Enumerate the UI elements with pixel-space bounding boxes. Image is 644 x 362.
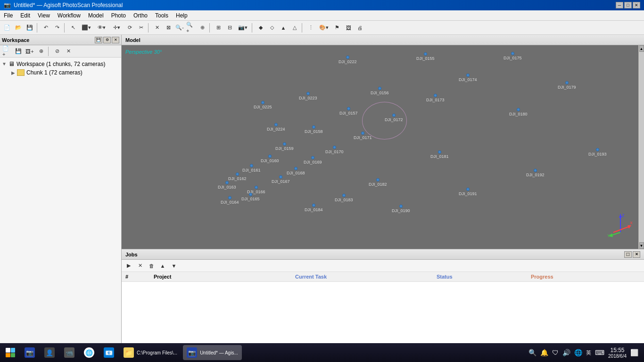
notification-icon[interactable]: 🔔 [540,349,548,356]
print-button[interactable]: 🖨 [355,23,365,33]
camera-point[interactable]: DJI_0180 [509,108,528,116]
rotate-button[interactable]: ⟳ [124,23,135,33]
camera-point[interactable]: DJI_0192 [526,169,545,177]
camera-point[interactable]: DJI_0184 [305,204,323,212]
camera-point[interactable]: DJI_0158 [305,125,323,134]
camera-point[interactable]: DJI_0224 [267,123,285,132]
camera-point[interactable]: DJI_0160 [261,155,279,163]
crop-button[interactable]: ⊠ [163,23,173,33]
camera-point[interactable]: DJI_0172 [385,114,403,122]
workspace-save-btn[interactable]: 💾 [95,37,102,43]
camera-point[interactable]: DJI_0182 [369,178,387,187]
taskbar-user-icon[interactable]: 👤 [41,345,58,360]
camera-point[interactable]: DJI_0222 [339,56,357,64]
camera-point[interactable]: DJI_0165 [241,193,260,201]
scroll-up-btn[interactable]: ▲ [639,45,644,52]
jobs-clear-btn[interactable]: 🗑 [146,261,157,271]
mesh-smooth-button[interactable]: △ [289,23,300,33]
chunk-item[interactable]: ▶ Chunk 1 (72 cameras) [2,68,119,77]
jobs-close-btn[interactable]: ✕ [633,251,640,258]
camera-point[interactable]: DJI_0181 [430,150,449,159]
camera-point[interactable]: DJI_0179 [558,81,576,90]
camera-display-button[interactable]: 📷▾ [236,23,250,33]
menu-help[interactable]: Help [172,10,191,20]
menu-ortho[interactable]: Ortho [130,10,151,20]
taskbar-chrome-icon[interactable]: 🌐 [80,345,98,360]
taskbar-active-app[interactable]: 📷 Untitled* — Agis... [183,345,242,360]
workspace-root[interactable]: ▼ 🖥 Workspace (1 chunks, 72 cameras) [2,59,119,68]
menu-model[interactable]: Model [84,10,107,20]
mesh-solid-button[interactable]: ◆ [256,23,266,33]
title-bar-controls[interactable]: ─ □ ✕ [616,2,640,8]
keyboard-icon[interactable]: ⌨ [595,349,604,356]
menu-photo[interactable]: Photo [107,10,130,20]
camera-point[interactable]: DJI_0168 [287,167,305,175]
ws-save-btn[interactable]: 💾 [13,46,24,57]
menu-workflow[interactable]: Workflow [54,10,84,20]
minimize-button[interactable]: ─ [616,2,623,8]
camera-point[interactable]: DJI_0164 [221,196,239,205]
color-mode-button[interactable]: 🎨▾ [317,23,331,33]
grid-button[interactable]: ⊞ [213,23,223,33]
camera-point[interactable]: DJI_0167 [272,175,290,184]
image-button[interactable]: 🖼 [343,23,354,33]
taskbar-video-icon[interactable]: 📹 [60,345,78,360]
ws-add-chunk-btn[interactable]: 📄+ [2,46,12,57]
search-icon[interactable]: 🔍 [528,349,537,356]
show-desktop-icon[interactable]: ⬜ [630,349,638,356]
ws-add-photos-btn[interactable]: 🖼+ [25,46,35,57]
camera-point[interactable]: DJI_0155 [416,52,435,61]
jobs-run-btn[interactable]: ▶ [124,261,134,271]
viewport-canvas[interactable]: Perspective 30° Z X [122,45,644,249]
mesh-wire-button[interactable]: ◇ [267,23,277,33]
scroll-thumb[interactable] [639,52,644,242]
undo-button[interactable]: ↶ [41,23,51,33]
menu-tools[interactable]: Tools [151,10,172,20]
v-scrollbar[interactable]: ▲ ▼ [638,45,644,249]
close-button[interactable]: ✕ [633,2,640,8]
taskbar-photoscan-icon[interactable]: 📷 [21,345,39,360]
volume-icon[interactable]: 🔊 [562,349,570,356]
select-button[interactable]: ↖ [68,23,78,33]
move-button[interactable]: ✛▾ [109,23,124,33]
camera-point[interactable]: DJI_0223 [299,92,317,100]
jobs-expand-btn[interactable]: ⬚ [624,251,632,258]
scroll-down-btn[interactable]: ▼ [639,242,644,249]
menu-edit[interactable]: Edit [17,10,34,20]
zoom-out-button[interactable]: 🔍- [174,23,185,33]
maximize-button[interactable]: □ [624,2,632,8]
shield-icon[interactable]: 🛡 [552,349,559,356]
navigate-button[interactable]: ⊕ [197,23,207,33]
camera-point[interactable]: DJI_0190 [392,205,410,213]
camera-point[interactable]: DJI_0171 [354,132,372,140]
erase-button[interactable]: ✂ [136,23,146,33]
selection-mode-button[interactable]: ⬛▾ [79,23,93,33]
new-button[interactable]: 📄 [2,23,12,33]
workspace-close-btn[interactable]: ✕ [112,37,119,43]
jobs-up-btn[interactable]: ▲ [157,261,168,271]
camera-point[interactable]: DJI_0156 [371,87,389,95]
camera-point[interactable]: DJI_0170 [325,146,344,154]
zoom-in-button[interactable]: 🔍+ [186,23,196,33]
camera-point[interactable]: DJI_0174 [459,74,477,82]
menu-file[interactable]: File [0,10,17,20]
flag-button[interactable]: ⚑ [332,23,342,33]
mesh-flat-button[interactable]: ▲ [278,23,289,33]
ws-delete-btn[interactable]: ✕ [63,46,74,57]
camera-point[interactable]: DJI_0162 [228,173,247,181]
camera-point[interactable]: DJI_0225 [254,101,272,109]
camera-point[interactable]: DJI_0175 [504,52,522,60]
redo-button[interactable]: ↷ [52,23,62,33]
save-button[interactable]: 💾 [25,23,35,33]
network-icon[interactable]: 🌐 [574,349,582,356]
jobs-down-btn[interactable]: ▼ [169,261,179,271]
camera-point[interactable]: DJI_0159 [275,142,294,151]
camera-point[interactable]: DJI_0173 [426,94,445,102]
point-cloud-button[interactable]: ⋮ [305,23,316,33]
camera-point[interactable]: DJI_0191 [459,188,477,196]
grid2-button[interactable]: ⊟ [224,23,235,33]
taskbar-folder-app[interactable]: 📁 C:\Program Files\... [120,345,181,360]
camera-point[interactable]: DJI_0183 [335,194,353,202]
ws-merge-btn[interactable]: ⊕ [36,46,46,57]
camera-point[interactable]: DJI_0163 [218,181,236,189]
